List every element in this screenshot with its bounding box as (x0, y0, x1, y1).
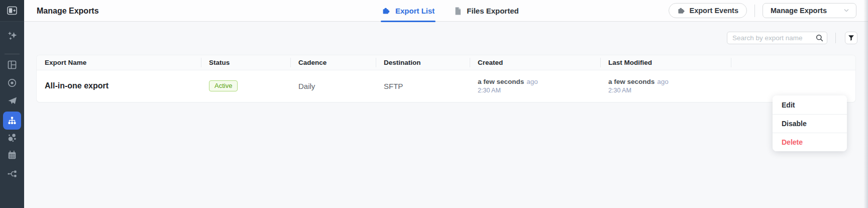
sitemap-icon (7, 116, 17, 126)
top-bar: Manage Exports Export List Files Exporte… (24, 0, 868, 22)
status-badge: Active (209, 80, 238, 91)
search-group (727, 32, 827, 44)
page-title: Manage Exports (37, 0, 99, 22)
sidebar-item-targeting[interactable] (0, 74, 24, 92)
sidebar-item-assist[interactable] (0, 27, 24, 45)
menu-item-delete[interactable]: Delete (773, 133, 847, 151)
flow-icon (7, 169, 17, 179)
tab-label: Export List (395, 7, 435, 15)
menu-item-edit[interactable]: Edit (773, 95, 847, 114)
tab-bar: Export List Files Exported (381, 0, 520, 22)
column-header-destination: Destination (376, 55, 470, 70)
sidebar-item-flows[interactable] (0, 165, 24, 183)
menu-item-disable[interactable]: Disable (773, 114, 847, 133)
sidebar-item-campaigns[interactable] (0, 92, 24, 110)
filter-icon (847, 34, 855, 42)
chevron-down-icon (842, 7, 850, 15)
sidebar (0, 0, 24, 208)
sidebar-logo-button[interactable] (0, 0, 24, 22)
created-cell: a few secondsago 2:30 AM (470, 78, 600, 94)
send-icon (7, 96, 17, 106)
modified-time: 2:30 AM (608, 87, 731, 94)
export-events-button[interactable]: Export Events (669, 3, 747, 18)
column-header-status: Status (201, 55, 290, 70)
column-header-created: Created (470, 55, 600, 70)
row-context-menu: Edit Disable Delete (773, 95, 847, 151)
tab-export-list[interactable]: Export List (381, 0, 436, 22)
table-toolbar (24, 22, 868, 50)
column-header-last-modified: Last Modified (600, 55, 731, 70)
last-modified-cell: a few secondsago 2:30 AM (600, 78, 731, 94)
target-icon (7, 78, 17, 88)
dropdown-value: Manage Exports (771, 7, 827, 15)
created-time: 2:30 AM (478, 87, 600, 94)
column-header-cadence: Cadence (290, 55, 376, 70)
top-bar-actions: Export Events Manage Exports (669, 3, 857, 18)
bubbles-icon (7, 133, 17, 143)
dashboard-icon (7, 60, 17, 70)
table-header-row: Export Name Status Cadence Destination C… (37, 55, 855, 70)
sparkles-icon (7, 31, 17, 41)
destination-value: SFTP (376, 82, 470, 90)
tab-files-exported[interactable]: Files Exported (453, 0, 519, 22)
created-relative: a few seconds (478, 78, 524, 85)
created-ago-suffix: ago (526, 78, 538, 85)
file-icon (454, 7, 462, 16)
modified-relative: a few seconds (608, 78, 655, 85)
filter-button[interactable] (845, 32, 857, 44)
search-icon (815, 34, 824, 42)
sidebar-item-calendar[interactable] (0, 146, 24, 164)
sidebar-item-dashboard[interactable] (0, 56, 24, 74)
exports-table: Export Name Status Cadence Destination C… (37, 55, 855, 102)
calendar-icon (7, 150, 17, 160)
sidebar-item-exports[interactable] (3, 112, 21, 130)
column-header-export-name: Export Name (37, 55, 201, 70)
column-header-actions (731, 55, 855, 70)
manage-exports-dropdown[interactable]: Manage Exports (763, 3, 856, 18)
sidebar-divider (5, 54, 20, 54)
divider (835, 33, 836, 43)
tab-label: Files Exported (467, 7, 518, 15)
cadence-value: Daily (290, 82, 376, 90)
puzzle-icon (382, 7, 390, 15)
sidebar-item-audience[interactable] (0, 129, 24, 147)
search-input[interactable] (727, 34, 812, 42)
table-row[interactable]: All-in-one export Active Daily SFTP a fe… (37, 70, 855, 101)
export-name[interactable]: All-in-one export (45, 81, 108, 90)
panel-logo-icon (7, 6, 17, 15)
export-events-label: Export Events (690, 7, 739, 15)
puzzle-icon (677, 7, 685, 15)
divider (754, 5, 755, 17)
modified-ago-suffix: ago (657, 78, 669, 85)
search-button[interactable] (812, 32, 827, 44)
